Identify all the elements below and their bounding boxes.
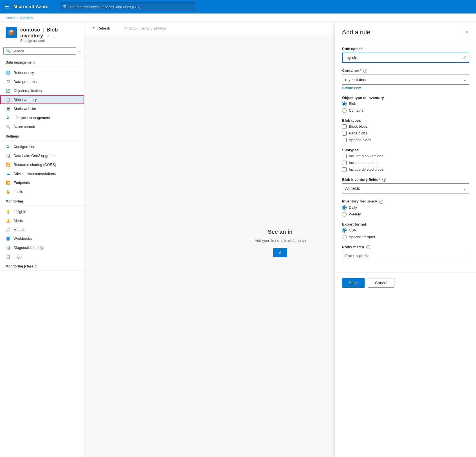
refresh-label: Refresh bbox=[97, 26, 110, 30]
section-label-monitoring: Monitoring bbox=[0, 196, 84, 204]
blob-types-label: Blob types bbox=[342, 118, 469, 123]
inventory-fields-select-wrap: All fields ⌄ bbox=[342, 183, 469, 193]
inventory-fields-select[interactable]: All fields bbox=[342, 183, 469, 193]
subtypes-group: Subtypes Include blob versions Include s… bbox=[342, 148, 469, 172]
blob-type-block-checkbox[interactable] bbox=[342, 124, 347, 129]
sidebar-item-configuration[interactable]: ⚙ Configuration bbox=[0, 142, 84, 151]
sidebar-item-locks[interactable]: 🔒 Locks bbox=[0, 187, 84, 196]
sidebar-item-label: Redundancy bbox=[14, 71, 34, 75]
blob-type-page-option[interactable]: Page blobs bbox=[342, 131, 469, 136]
frequency-daily-option[interactable]: Daily bbox=[342, 205, 469, 210]
subtype-blob-versions-checkbox[interactable] bbox=[342, 154, 347, 158]
sidebar-item-lifecycle-management[interactable]: ⚙ Lifecycle management bbox=[0, 113, 84, 122]
sidebar-item-blob-inventory[interactable]: 📋 Blob inventory bbox=[0, 95, 84, 104]
sidebar-item-label: Azure search bbox=[14, 125, 35, 129]
create-new-container-link[interactable]: Create new bbox=[342, 86, 469, 90]
refresh-button[interactable]: ↻ Refresh bbox=[90, 25, 113, 31]
object-replication-icon: 🔄 bbox=[6, 88, 11, 93]
format-parquet-radio[interactable] bbox=[342, 235, 347, 239]
blob-type-page-checkbox[interactable] bbox=[342, 131, 347, 136]
global-search[interactable]: 🔍 bbox=[60, 2, 195, 11]
subtype-snapshots-option[interactable]: Include snapshots bbox=[342, 161, 469, 165]
subtypes-label: Subtypes bbox=[342, 148, 469, 152]
rule-name-label: Rule name* bbox=[342, 47, 469, 51]
format-parquet-option[interactable]: Apache Parquet bbox=[342, 235, 469, 239]
sidebar-item-object-replication[interactable]: 🔄 Object replication bbox=[0, 86, 84, 95]
hamburger-menu[interactable]: ☰ bbox=[5, 4, 9, 10]
sidebar-collapse-button[interactable]: « bbox=[78, 48, 81, 53]
panel-close-button[interactable]: × bbox=[464, 28, 469, 36]
format-csv-option[interactable]: CSV bbox=[342, 228, 469, 233]
subtype-deleted-blobs-option[interactable]: Include deleted blobs bbox=[342, 167, 469, 172]
breadcrumb-current[interactable]: contoso bbox=[20, 16, 33, 20]
section-monitoring: Monitoring 💡 Insights 🔔 Alerts 📈 Metrics… bbox=[0, 196, 84, 261]
sidebar-item-cors[interactable]: 🔁 Resource sharing (CORS) bbox=[0, 160, 84, 169]
prefix-match-info-icon[interactable]: i bbox=[366, 245, 370, 249]
frequency-radio-group: Daily Weekly bbox=[342, 205, 469, 217]
cancel-button[interactable]: Cancel bbox=[368, 278, 394, 288]
container-info-icon[interactable]: i bbox=[363, 69, 367, 73]
sidebar-search-box[interactable]: 🔍 bbox=[3, 47, 76, 55]
sidebar-item-endpoints[interactable]: 📶 Endpoints bbox=[0, 178, 84, 187]
sidebar-item-label: Object replication bbox=[14, 89, 42, 93]
panel-header: Add a rule × bbox=[335, 22, 476, 41]
resource-name: contoso bbox=[20, 27, 40, 33]
subtype-snapshots-checkbox[interactable] bbox=[342, 161, 347, 165]
sidebar-item-metrics[interactable]: 📈 Metrics bbox=[0, 225, 84, 234]
prefix-match-input[interactable] bbox=[342, 251, 469, 261]
sidebar-item-static-website[interactable]: 💻 Static website bbox=[0, 104, 84, 113]
azure-search-icon: 🔍 bbox=[6, 124, 11, 129]
object-type-label: Object type to inventory bbox=[342, 96, 469, 100]
blob-type-block-option[interactable]: Block blobs bbox=[342, 124, 469, 129]
alerts-icon: 🔔 bbox=[6, 218, 11, 223]
object-type-container-radio[interactable] bbox=[342, 108, 347, 113]
sidebar-item-logs[interactable]: 📋 Logs bbox=[0, 252, 84, 261]
frequency-weekly-option[interactable]: Weekly bbox=[342, 212, 469, 217]
add-rule-empty-button[interactable]: A bbox=[273, 248, 287, 257]
sidebar-search-input[interactable] bbox=[12, 49, 73, 53]
sidebar-item-diagnostic-settings[interactable]: 📊 Diagnostic settings bbox=[0, 243, 84, 252]
blob-type-append-label: Append blobs bbox=[349, 138, 371, 142]
subtype-deleted-blobs-checkbox[interactable] bbox=[342, 167, 347, 172]
subtype-blob-versions-option[interactable]: Include blob versions bbox=[342, 154, 469, 158]
inventory-fields-info-icon[interactable]: i bbox=[382, 178, 386, 182]
sidebar-item-azure-search[interactable]: 🔍 Azure search bbox=[0, 122, 84, 131]
sidebar-item-insights[interactable]: 💡 Insights bbox=[0, 207, 84, 216]
blob-inventory-icon: 📋 bbox=[6, 97, 11, 102]
object-type-container-option[interactable]: Container bbox=[342, 108, 469, 113]
breadcrumb-home[interactable]: Home bbox=[6, 16, 15, 20]
rule-name-group: Rule name* ✓ bbox=[342, 47, 469, 63]
object-type-blob-option[interactable]: Blob bbox=[342, 102, 469, 106]
inventory-settings-button[interactable]: ⚙ Blob inventory settings bbox=[122, 25, 169, 31]
sidebar-item-data-lake[interactable]: 📊 Data Lake Gen2 upgrade bbox=[0, 151, 84, 160]
blob-type-append-checkbox[interactable] bbox=[342, 138, 347, 142]
global-search-input[interactable] bbox=[70, 5, 192, 9]
content-area: 📦 contoso | Blob inventory ☆ … Storage a… bbox=[0, 22, 476, 457]
sidebar-item-advisor[interactable]: ☁ Advisor recommendations bbox=[0, 169, 84, 178]
sidebar-item-alerts[interactable]: 🔔 Alerts bbox=[0, 216, 84, 225]
more-icon[interactable]: … bbox=[52, 34, 56, 38]
export-format-group: Export format CSV Apache Parquet bbox=[342, 222, 469, 239]
inventory-fields-required: * bbox=[379, 177, 380, 182]
sidebar-item-data-protection[interactable]: 🛡 Data protection bbox=[0, 77, 84, 86]
save-button[interactable]: Save bbox=[342, 278, 365, 288]
blob-type-append-option[interactable]: Append blobs bbox=[342, 138, 469, 142]
section-label-settings: Settings bbox=[0, 131, 84, 139]
frequency-daily-radio[interactable] bbox=[342, 205, 347, 210]
advisor-icon: ☁ bbox=[6, 171, 11, 176]
sidebar-item-workbooks[interactable]: 📘 Workbooks bbox=[0, 234, 84, 243]
sidebar-item-redundancy[interactable]: 🌐 Redundancy bbox=[0, 68, 84, 77]
search-icon: 🔍 bbox=[63, 4, 68, 9]
favorite-icon[interactable]: ☆ bbox=[46, 34, 50, 38]
format-csv-radio[interactable] bbox=[342, 228, 347, 233]
section-monitoring-classic: Monitoring (classic) bbox=[0, 261, 84, 271]
sidebar-item-label: Insights bbox=[14, 210, 26, 214]
inventory-frequency-info-icon[interactable]: i bbox=[379, 200, 383, 204]
container-select[interactable]: mycontainer bbox=[342, 75, 469, 85]
object-type-radio-group: Blob Container bbox=[342, 102, 469, 113]
breadcrumb: Home › contoso bbox=[0, 13, 476, 22]
object-type-blob-radio[interactable] bbox=[342, 102, 347, 106]
rule-name-input[interactable] bbox=[342, 53, 469, 63]
rule-name-required: * bbox=[361, 47, 363, 51]
frequency-weekly-radio[interactable] bbox=[342, 212, 347, 217]
